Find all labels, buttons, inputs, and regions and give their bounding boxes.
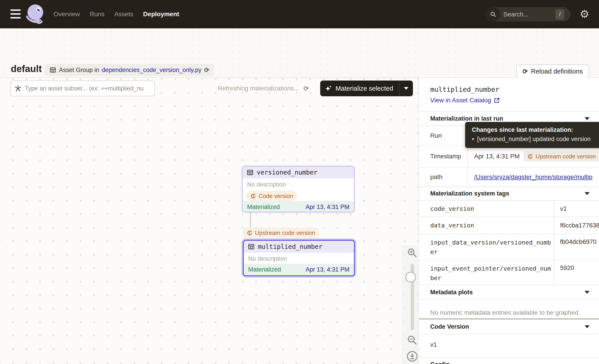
system-tag-row: input_event_pointer/versioned_number 592… xyxy=(419,260,599,285)
code-version-tag: Code version xyxy=(246,191,354,201)
bullet-icon xyxy=(472,136,474,143)
code-version-changed-icon xyxy=(250,193,256,199)
table-grid-icon xyxy=(247,169,254,176)
nav-item-deployment[interactable]: Deployment xyxy=(143,11,179,18)
asset-node-description: No description xyxy=(244,253,354,263)
tag-key: input_data_version/versioned_number xyxy=(430,239,551,255)
code-version-changed-icon xyxy=(247,230,253,236)
materialize-selected-button[interactable]: Materialize selected xyxy=(320,85,399,92)
asset-group-file-link[interactable]: dependencies_code_version_only.py xyxy=(102,67,201,74)
chevron-down-icon[interactable] xyxy=(585,291,590,294)
asset-node-header: versioned_number xyxy=(243,166,354,178)
reload-definitions-button[interactable]: ⟳ Reload definitions xyxy=(516,64,589,78)
section-metadata-plots: Metadata plots xyxy=(419,285,599,300)
page-title: default xyxy=(11,63,42,74)
table-grid-icon xyxy=(50,67,56,73)
asset-detail-panel: multiplied_number View in Asset Catalog … xyxy=(419,78,599,364)
tag-key: input_event_pointer/versioned_number xyxy=(430,265,551,281)
materialize-selected-button-group: Materialize selected xyxy=(320,80,413,96)
reload-code-location-icon[interactable]: ⟳ xyxy=(204,66,209,74)
materialize-selected-label: Materialize selected xyxy=(335,85,393,92)
search-icon xyxy=(486,7,500,21)
asset-node-footer: Materialized Apr 13, 4:31 PM xyxy=(244,264,354,275)
materialization-timestamp-link[interactable]: Apr 13, 4:31 PM xyxy=(306,266,349,273)
tag-value: f6ccba177638 xyxy=(553,217,599,234)
refreshing-status-text: Refreshing materializations... xyxy=(218,85,299,92)
code-version-value: v1 xyxy=(430,341,437,348)
asset-node-versioned-number[interactable]: versioned_number No description Code ver… xyxy=(242,166,355,212)
asset-node-footer: Materialized Apr 13, 4:31 PM xyxy=(243,201,354,212)
section-header-label: Materialization system tags xyxy=(419,190,509,197)
materialize-dropdown-button[interactable] xyxy=(399,80,413,96)
top-nav-bar: Overview Runs Assets Deployment / ⚙ xyxy=(0,0,599,28)
tag-key: data_version xyxy=(430,221,548,230)
search-input[interactable] xyxy=(500,11,555,18)
timestamp-value: Apr 13, 4:31 PM xyxy=(474,153,520,160)
tag-key: code_version xyxy=(430,204,548,214)
tooltip-title: Changes since last materialization: xyxy=(472,126,599,133)
chevron-down-icon[interactable] xyxy=(585,192,590,195)
dagster-logo[interactable] xyxy=(23,2,47,26)
materialized-status: Materialized xyxy=(247,204,280,211)
code-version-tag-label: Code version xyxy=(259,193,293,199)
timestamp-row: Timestamp Apr 13, 4:31 PM Upstream code … xyxy=(419,145,599,167)
lineage-graph-canvas[interactable]: Refreshing materializations... ⟳ Materia… xyxy=(0,78,419,364)
primary-nav: Overview Runs Assets Deployment xyxy=(53,0,179,28)
global-search[interactable]: / xyxy=(486,7,571,21)
section-header-label: Code Version xyxy=(419,323,469,330)
tag-value: 5920 xyxy=(553,260,599,285)
upstream-code-version-label: Upstream code version xyxy=(255,229,315,236)
timestamp-label: Timestamp xyxy=(419,146,467,167)
download-image-icon[interactable] xyxy=(406,350,418,362)
zoom-controls xyxy=(401,245,419,364)
section-header-label: Materialization in last run xyxy=(419,115,503,122)
zoom-in-icon[interactable] xyxy=(406,247,418,259)
external-link-icon xyxy=(494,97,500,104)
tag-value: v1 xyxy=(553,201,599,217)
upstream-code-version-tag: Upstream code version xyxy=(243,228,319,238)
path-label: path xyxy=(419,168,467,187)
section-config: Config xyxy=(419,358,599,364)
path-link[interactable]: /Users/sryza/dagster_home/storage/multip xyxy=(474,173,592,181)
changes-tooltip: Changes since last materialization: [ver… xyxy=(465,122,599,148)
reload-definitions-label: Reload definitions xyxy=(531,68,583,75)
selected-asset-title: multiplied_number xyxy=(430,86,499,93)
materialized-status: Materialized xyxy=(248,266,281,273)
asset-node-description: No description xyxy=(243,178,354,189)
dagster-app: Overview Runs Assets Deployment / ⚙ defa… xyxy=(0,0,599,364)
chevron-down-icon[interactable] xyxy=(585,325,590,328)
settings-gear-icon[interactable]: ⚙ xyxy=(580,7,589,22)
asset-node-multiplied-number[interactable]: multiplied_number No description Materia… xyxy=(243,240,355,276)
search-shortcut-badge: / xyxy=(555,9,564,20)
refresh-materializations-icon[interactable]: ⟳ xyxy=(304,85,309,92)
asset-subset-filter[interactable] xyxy=(10,80,155,96)
hamburger-menu-icon[interactable] xyxy=(10,9,21,18)
asset-node-name: versioned_number xyxy=(257,169,317,176)
nav-item-assets[interactable]: Assets xyxy=(114,11,133,18)
run-label: Run xyxy=(419,126,467,145)
chevron-down-icon[interactable] xyxy=(585,117,590,120)
path-value-cell: /Users/sryza/dagster_home/storage/multip xyxy=(467,168,599,187)
tooltip-item: [versioned_number] updated code version xyxy=(472,136,599,143)
timestamp-value-cell: Apr 13, 4:31 PM Upstream code version xyxy=(467,146,599,167)
nav-item-runs[interactable]: Runs xyxy=(90,11,104,18)
nav-item-overview[interactable]: Overview xyxy=(53,11,80,18)
view-in-asset-catalog-link[interactable]: View in Asset Catalog xyxy=(430,97,500,104)
upstream-code-version-tag: Upstream code version xyxy=(524,151,599,162)
asset-subset-icon xyxy=(14,85,22,92)
section-code-version: Code Version xyxy=(419,320,599,334)
zoom-slider-handle[interactable] xyxy=(405,272,416,283)
asset-group-badge-text: Asset Group in xyxy=(59,67,99,74)
sparkle-icon xyxy=(325,85,332,92)
table-grid-icon xyxy=(248,243,255,250)
section-header-label: Config xyxy=(419,361,449,364)
section-divider xyxy=(419,318,599,320)
materialization-timestamp-link[interactable]: Apr 13, 4:31 PM xyxy=(306,204,349,211)
zoom-out-icon[interactable] xyxy=(406,334,418,346)
asset-subset-input[interactable] xyxy=(25,85,151,92)
system-tag-row: data_version f6ccba177638 xyxy=(419,217,599,234)
asset-group-badge: Asset Group in dependencies_code_version… xyxy=(45,64,214,76)
section-header-label: Metadata plots xyxy=(419,289,473,296)
tooltip-item-text: [versioned_number] updated code version xyxy=(477,136,590,143)
asset-node-header: multiplied_number xyxy=(244,241,354,253)
